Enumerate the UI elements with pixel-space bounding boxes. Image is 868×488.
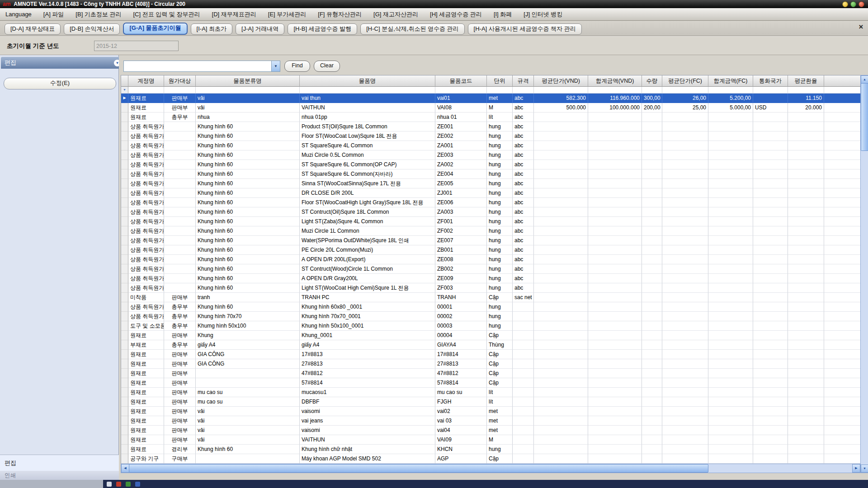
cell[interactable] [753,113,788,122]
cell[interactable] [164,207,196,217]
cell[interactable] [642,169,662,179]
cell[interactable] [753,122,788,131]
cell[interactable]: VAI09 [435,435,487,445]
cell[interactable]: ZE001 [435,122,487,131]
cell[interactable] [788,226,824,236]
cell[interactable] [642,426,662,435]
cell[interactable]: 상품 취득원가 [128,226,164,236]
cell[interactable] [588,131,642,141]
cell[interactable] [662,160,708,169]
cell[interactable] [753,445,788,454]
minimize-button[interactable] [842,1,848,7]
cell[interactable]: ZE006 [435,198,487,207]
menu-item[interactable]: Language [5,11,32,18]
cell[interactable]: Floor ST(WooCoat Low)Squre 18L 전용 [300,131,435,141]
cell[interactable] [708,113,753,122]
cell[interactable] [588,207,642,217]
cell[interactable] [662,274,708,283]
cell[interactable]: met [487,426,513,435]
cell[interactable]: DR CLOSE D/R 200L [300,188,435,198]
cell[interactable] [534,131,588,141]
cell[interactable]: lít [487,388,513,397]
cell[interactable] [708,150,753,160]
cell[interactable]: 원재료 [128,331,164,340]
tab-4[interactable]: [J-A] 거래내역 [236,23,284,35]
cell[interactable] [753,94,788,103]
cell[interactable] [642,350,662,359]
cell[interactable] [662,369,708,378]
cell[interactable]: met [487,407,513,416]
cell[interactable]: 원재료 [128,94,164,103]
cell[interactable]: ZF001 [435,217,487,226]
cell[interactable] [753,188,788,198]
cell[interactable]: 상품 취득원가 [128,207,164,217]
cell[interactable]: 판매부 [164,416,196,426]
cell[interactable]: 26,00 [662,94,708,103]
cell[interactable]: 47#8812 [435,369,487,378]
cell[interactable] [642,293,662,302]
cell[interactable]: 부재료 [128,340,164,350]
cell[interactable] [164,188,196,198]
cell[interactable]: 공구와 기구 [128,454,164,464]
cell[interactable] [588,435,642,445]
cell[interactable] [708,255,753,264]
cell[interactable] [788,274,824,283]
cell[interactable] [788,198,824,207]
cell[interactable] [534,378,588,388]
filter-cell[interactable] [164,87,196,94]
cell[interactable] [642,454,662,464]
cell[interactable]: Khung hình 60 [196,179,300,188]
cell[interactable] [164,198,196,207]
menu-item[interactable]: [H] 세금영수증 관리 [430,10,482,19]
cell[interactable]: vải [196,94,300,103]
cell[interactable]: AGP [435,454,487,464]
tab-5[interactable]: [H-B] 세금영수증 발행 [288,23,357,35]
cell[interactable] [196,454,300,464]
cell[interactable]: 판매부 [164,293,196,302]
cell[interactable] [164,236,196,245]
cell[interactable] [662,321,708,331]
table-row[interactable]: 공구와 기구구매부Máy khoan AGP Model SMD 502AGPC… [121,454,861,464]
cell[interactable]: Khung hình 60 [196,255,300,264]
cell[interactable] [588,198,642,207]
filter-cell[interactable] [662,87,708,94]
cell[interactable] [588,236,642,245]
cell[interactable] [753,302,788,312]
cell[interactable] [534,445,588,454]
cell[interactable] [708,350,753,359]
cell[interactable] [753,293,788,302]
table-row[interactable]: 원재료판매부vảiVAITHUNVAI08Mabc500.000100.000.… [121,103,861,113]
table-row[interactable]: 도구 및 소모품총무부Khumg hình 50x100Khung hình 5… [121,321,861,331]
cell[interactable]: 판매부 [164,435,196,445]
cell[interactable] [642,388,662,397]
cell[interactable]: 상품 취득원가 [128,255,164,264]
table-row[interactable]: 원재료판매부vảivaisomivai02met [121,407,861,416]
table-row[interactable]: 원재료판매부KhungKhung_000100004Cặp [121,331,861,340]
cell[interactable] [513,369,534,378]
cell[interactable] [708,321,753,331]
cell[interactable] [662,255,708,264]
cell[interactable] [788,122,824,131]
tab-3[interactable]: [I-A] 최초가 [191,23,232,35]
cell[interactable]: 상품 취득원가 [128,245,164,255]
cell[interactable] [642,198,662,207]
cell[interactable]: ZE003 [435,150,487,160]
cell[interactable] [708,302,753,312]
cell[interactable]: Cặp [487,331,513,340]
cell[interactable] [662,179,708,188]
cell[interactable]: VAITHUN [300,435,435,445]
table-row[interactable]: 미착품판매부tranhTRANH PCTRANHCặpsac net [121,293,861,302]
cell[interactable]: 총무부 [164,321,196,331]
cell[interactable] [534,407,588,416]
cell[interactable]: 원재료 [128,378,164,388]
cell[interactable] [534,454,588,464]
cell[interactable]: abc [513,236,534,245]
cell[interactable]: abc [513,264,534,274]
cell[interactable]: Khung hình chữ nhật [300,445,435,454]
cell[interactable] [642,312,662,321]
combo-dropdown-button[interactable]: ▼ [271,61,280,71]
cell[interactable]: ZB001 [435,245,487,255]
cell[interactable]: ZA003 [435,207,487,217]
cell[interactable]: GIA CÔNG [196,359,300,369]
cell[interactable] [753,369,788,378]
